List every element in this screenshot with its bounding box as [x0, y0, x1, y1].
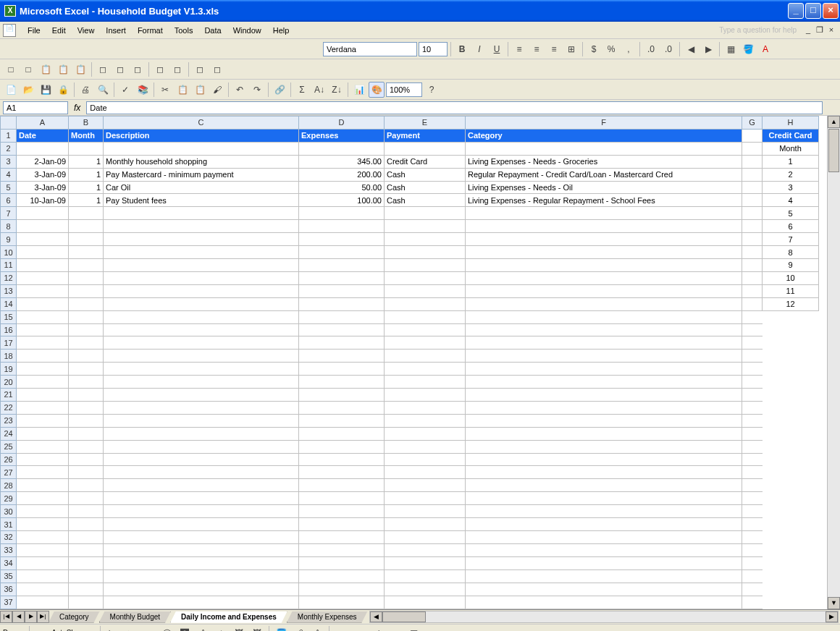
row-header[interactable]: 1 [1, 129, 17, 142]
undo-button[interactable]: ↶ [232, 82, 248, 98]
table-row[interactable]: 108 [1, 246, 819, 259]
rectangle-icon[interactable]: ▭ [140, 625, 156, 632]
row-header[interactable]: 34 [1, 556, 17, 569]
table-row[interactable]: 19 [1, 363, 819, 376]
select-objects-icon[interactable]: ↖ [33, 625, 49, 632]
table-row[interactable]: 21 [1, 389, 819, 402]
menu-help[interactable]: Help [267, 24, 295, 37]
print-button[interactable]: 🖨 [77, 82, 93, 98]
col-header-f[interactable]: F [466, 117, 742, 130]
custom-button-10[interactable]: ◻ [169, 62, 185, 77]
table-row[interactable]: 2 Month [1, 142, 819, 155]
align-center-button[interactable]: ≡ [529, 41, 545, 57]
row-header[interactable]: 18 [1, 350, 17, 363]
scroll-right-icon[interactable]: ▶ [826, 611, 838, 622]
table-row[interactable]: 27 [1, 466, 819, 479]
table-row[interactable]: 22 [1, 401, 819, 414]
horizontal-scrollbar[interactable]: ◀ ▶ [369, 611, 839, 623]
select-all-corner[interactable] [1, 117, 17, 130]
minimize-button[interactable]: _ [788, 3, 804, 19]
shadow-icon[interactable]: ◼ [387, 625, 403, 632]
diagram-icon[interactable]: ◈ [213, 625, 229, 632]
custom-button-6[interactable]: ◻ [95, 62, 111, 77]
table-row[interactable]: 25 [1, 440, 819, 453]
borders-button[interactable]: ▦ [723, 41, 739, 57]
paste-button[interactable]: 📋 [192, 82, 208, 98]
permission-button[interactable]: 🔒 [55, 82, 71, 98]
picture-icon[interactable]: 🖼 [249, 625, 265, 632]
row-header[interactable]: 21 [1, 389, 17, 402]
increase-indent-button[interactable]: ▶ [700, 41, 716, 57]
line-style-icon[interactable]: ≡ [333, 625, 349, 632]
menu-window[interactable]: Window [227, 24, 267, 37]
font-selector[interactable]: Verdana [323, 42, 417, 56]
increase-decimal-button[interactable]: .0 [643, 41, 659, 57]
maximize-button[interactable]: □ [805, 3, 821, 19]
sheet-tab-monthly-expenses[interactable]: Monthly Expenses [287, 611, 368, 623]
arrow-icon[interactable]: ➘ [122, 625, 138, 632]
table-row[interactable]: 5 3-Jan-09 1 Car Oil 50.00 Cash Living E… [1, 181, 819, 194]
row-header[interactable]: 29 [1, 492, 17, 505]
row-header[interactable]: 19 [1, 363, 17, 376]
col-header-a[interactable]: A [17, 117, 69, 130]
sort-desc-button[interactable]: Z↓ [329, 82, 345, 98]
row-header[interactable]: 7 [1, 207, 17, 220]
row-header[interactable]: 35 [1, 569, 17, 583]
row-header[interactable]: 3 [1, 155, 17, 168]
row-header[interactable]: 6 [1, 194, 17, 207]
underline-button[interactable]: U [489, 41, 505, 57]
textbox-icon[interactable]: 🅰 [177, 625, 193, 632]
col-header-g[interactable]: G [742, 117, 763, 130]
row-header[interactable]: 16 [1, 323, 17, 336]
scroll-thumb[interactable] [828, 129, 839, 172]
copy-button[interactable]: 📋 [175, 82, 190, 98]
fill-color-icon[interactable]: 🪣 [273, 625, 289, 632]
tab-nav-first-icon[interactable]: |◀ [0, 611, 12, 623]
new-button[interactable]: 📄 [3, 82, 19, 98]
row-header[interactable]: 26 [1, 453, 17, 466]
table-row[interactable]: 30 [1, 505, 819, 518]
redo-button[interactable]: ↷ [249, 82, 265, 98]
table-row[interactable]: 3 2-Jan-09 1 Monthly household shopping … [1, 155, 819, 168]
fx-icon[interactable]: fx [74, 103, 80, 113]
sort-asc-button[interactable]: A↓ [311, 82, 327, 98]
table-row[interactable]: 23 [1, 414, 819, 427]
table-row[interactable]: 26 [1, 453, 819, 466]
table-row[interactable]: 97 [1, 233, 819, 246]
font-color-button[interactable]: A [757, 41, 773, 57]
arrow-style-icon[interactable]: ⇄ [369, 625, 385, 632]
row-header[interactable]: 11 [1, 258, 17, 271]
custom-button-9[interactable]: ◻ [152, 62, 168, 77]
vertical-scrollbar[interactable]: ▲ ▼ [827, 116, 840, 609]
scroll-up-icon[interactable]: ▲ [828, 116, 840, 128]
row-header[interactable]: 37 [1, 596, 17, 609]
formula-bar[interactable]: Date [86, 101, 823, 114]
row-header[interactable]: 10 [1, 246, 17, 259]
decrease-decimal-button[interactable]: .0 [660, 41, 676, 57]
row-header[interactable]: 28 [1, 479, 17, 492]
col-header-h[interactable]: H [763, 117, 819, 130]
merge-center-button[interactable]: ⊞ [563, 41, 579, 57]
custom-button-4[interactable]: 📋 [55, 62, 71, 77]
menu-format[interactable]: Format [132, 24, 169, 37]
currency-button[interactable]: $ [586, 41, 602, 57]
save-button[interactable]: 💾 [38, 82, 54, 98]
row-header[interactable]: 13 [1, 284, 17, 297]
3d-icon[interactable]: ◧ [406, 625, 421, 632]
table-row[interactable]: 35 [1, 569, 819, 583]
decrease-indent-button[interactable]: ◀ [683, 41, 699, 57]
cut-button[interactable]: ✂ [157, 82, 173, 98]
spreadsheet-grid[interactable]: A B C D E F G H 1 Date Month Description… [0, 116, 819, 609]
wordart-icon[interactable]: A [195, 625, 211, 632]
row-header[interactable]: 5 [1, 181, 17, 194]
col-header-d[interactable]: D [299, 117, 385, 130]
table-row[interactable]: 33 [1, 543, 819, 556]
table-row[interactable]: 6 10-Jan-09 1 Pay Student fees 100.00 Ca… [1, 194, 819, 207]
custom-button-5[interactable]: 📋 [72, 62, 88, 77]
clipart-icon[interactable]: 🖼 [231, 625, 247, 632]
menu-view[interactable]: View [72, 24, 101, 37]
row-header[interactable]: 12 [1, 271, 17, 284]
doc-close-button[interactable]: × [826, 25, 837, 35]
menu-data[interactable]: Data [198, 24, 227, 37]
help-button[interactable]: ? [424, 82, 440, 98]
